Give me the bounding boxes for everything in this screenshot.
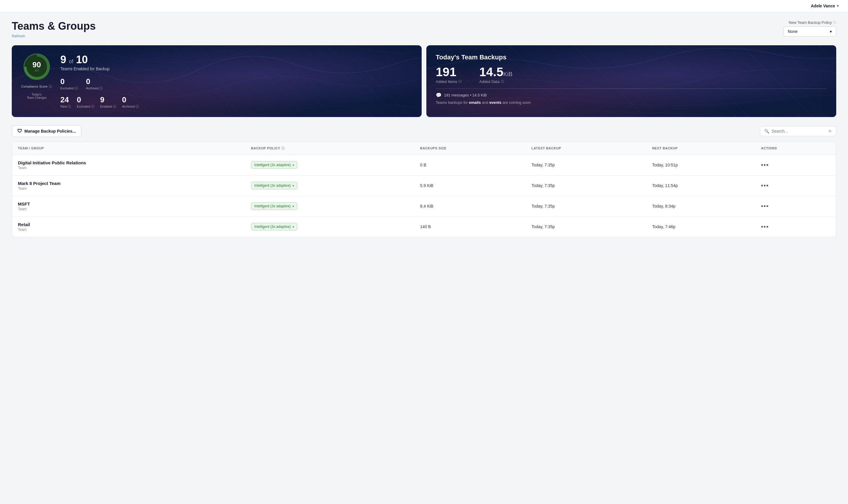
col-actions: ACTIONS [755,142,836,155]
policy-badge-chevron: ▾ [292,205,294,208]
excluded-label: Excluded ⓘ [60,86,78,91]
excluded-info-icon[interactable]: ⓘ [75,86,78,91]
cell-team-name: Retail Team [12,216,245,237]
cell-actions: ••• [755,196,836,216]
archived2-num: 0 [122,95,139,104]
archived2-metric: 0 Archived ⓘ [122,95,139,109]
actions-button[interactable]: ••• [761,182,769,189]
teams-enabled-num: 9 [60,54,66,66]
changes-metrics: 24 New ⓘ 0 Excluded ⓘ [60,95,139,109]
page-header: Teams & Groups Refresh New Team Backup P… [12,20,836,38]
changes-excluded-label: Excluded ⓘ [77,104,94,109]
cell-policy: Intelligent (3x adaptive) ▾ [245,155,414,175]
user-name: Adele Vance [811,3,835,8]
table-row: Mark 8 Project Team Team Intelligent (3x… [12,175,836,196]
cell-team-name: Mark 8 Project Team Team [12,175,245,196]
compliance-circle: 90 🏷 Compliance Score ⓘ Today's Team Cha… [21,54,52,100]
compliance-card: 90 🏷 Compliance Score ⓘ Today's Team Cha… [12,45,422,117]
cell-actions: ••• [755,175,836,196]
toolbar: 🛡 Manage Backup Policies... 🔍 ✕ [12,125,836,137]
coming-soon: Teams backups for emails and events are … [436,100,827,105]
new-info-icon[interactable]: ⓘ [68,104,71,109]
backups-stats: 191 Added Items ⓘ 14.5KiB Added Data ⓘ [436,66,827,84]
message-icon: 💬 [436,92,441,98]
search-icon: 🔍 [764,129,769,133]
policy-badge-chevron: ▾ [292,225,294,229]
table-container: TEAM / GROUP BACKUP POLICY ⓘ BACKUPS SIZ… [12,142,836,237]
excluded-archived-row: 0 Excluded ⓘ 0 Archived ⓘ [60,77,139,91]
user-menu[interactable]: Adele Vance ▾ [811,3,839,8]
policy-badge[interactable]: Intelligent (3x adaptive) ▾ [251,161,297,169]
added-data-num: 14.5KiB [479,66,512,78]
excluded-num: 0 [60,77,78,86]
policy-badge[interactable]: Intelligent (3x adaptive) ▾ [251,223,297,231]
enabled-num: 9 [100,95,116,104]
table-row: Retail Team Intelligent (3x adaptive) ▾ … [12,216,836,237]
enabled-info-icon[interactable]: ⓘ [113,104,116,109]
changes-row: 24 New ⓘ 0 Excluded ⓘ [60,95,139,109]
policy-col-info-icon[interactable]: ⓘ [282,146,285,150]
new-num: 24 [60,95,71,104]
compliance-info-icon[interactable]: ⓘ [49,85,52,88]
actions-button[interactable]: ••• [761,223,769,230]
refresh-link[interactable]: Refresh [12,34,95,38]
cell-policy: Intelligent (3x adaptive) ▾ [245,216,414,237]
archived-metric: 0 Archived ⓘ [86,77,103,91]
shield-icon: 🛡 [17,128,22,134]
policy-badge-chevron: ▾ [292,184,294,187]
archived2-label: Archived ⓘ [122,104,139,109]
cell-next: Today, 7:46p [646,216,755,237]
actions-button[interactable]: ••• [761,162,769,168]
cell-actions: ••• [755,155,836,175]
added-data-label: Added Data ⓘ [479,79,512,84]
policy-label: New Team Backup Policy ⓘ [789,20,836,25]
cell-next: Today, 10:51p [646,155,755,175]
cell-size: 8.4 KiB [414,196,526,216]
archived-label: Archived ⓘ [86,86,103,91]
search-input[interactable] [772,129,826,133]
page-title-section: Teams & Groups Refresh [12,20,95,38]
added-data-stat: 14.5KiB Added Data ⓘ [479,66,512,84]
archived2-info-icon[interactable]: ⓘ [136,104,139,109]
policy-info-icon[interactable]: ⓘ [833,20,836,25]
changes-excluded-info-icon[interactable]: ⓘ [91,104,94,109]
changes-excluded-metric: 0 Excluded ⓘ [77,95,94,109]
teams-table: TEAM / GROUP BACKUP POLICY ⓘ BACKUPS SIZ… [12,142,836,237]
new-label: New ⓘ [60,104,71,109]
archived-num: 0 [86,77,103,86]
col-backup-policy: BACKUP POLICY ⓘ [245,142,414,155]
policy-badge[interactable]: Intelligent (3x adaptive) ▾ [251,202,297,210]
card-left: 90 🏷 Compliance Score ⓘ Today's Team Cha… [21,54,412,109]
policy-select[interactable]: None ▾ [783,26,836,36]
manage-policies-button[interactable]: 🛡 Manage Backup Policies... [12,125,82,137]
archived-info-icon[interactable]: ⓘ [100,86,103,91]
top-bar: Adele Vance ▾ [0,0,848,12]
cell-policy: Intelligent (3x adaptive) ▾ [245,175,414,196]
backup-detail: 💬 191 messages • 14.5 KiB [436,92,827,98]
ribbon-icon: 🏷 [35,68,39,73]
policy-section: New Team Backup Policy ⓘ None ▾ [783,20,836,36]
table-header-row: TEAM / GROUP BACKUP POLICY ⓘ BACKUPS SIZ… [12,142,836,155]
policy-badge[interactable]: Intelligent (3x adaptive) ▾ [251,182,297,190]
added-data-info-icon[interactable]: ⓘ [501,79,504,84]
teams-total: 10 [76,54,88,66]
compliance-label: Compliance Score [21,85,48,88]
added-items-info-icon[interactable]: ⓘ [458,79,462,84]
enabled-metric: 9 Enabled ⓘ [100,95,116,109]
score-number: 90 [32,61,41,69]
teams-enabled-label: Teams Enabled for Backup [60,67,139,71]
cell-size: 0 B [414,155,526,175]
cell-size: 5.9 KiB [414,175,526,196]
cell-team-name: Digital Initiative Public Relations Team [12,155,245,175]
policy-chevron-icon: ▾ [830,29,832,34]
score-ring: 90 🏷 [23,54,50,80]
cell-next: Today, 8:34p [646,196,755,216]
col-latest-backup: LATEST BACKUP [526,142,646,155]
teams-of: of [67,58,75,65]
changes-excluded-num: 0 [77,95,94,104]
clear-icon[interactable]: ✕ [828,129,832,133]
cell-size: 140 B [414,216,526,237]
card-right-content: Today's Team Backups 191 Added Items ⓘ 1… [436,54,827,105]
backups-card: Today's Team Backups 191 Added Items ⓘ 1… [426,45,836,117]
actions-button[interactable]: ••• [761,203,769,210]
